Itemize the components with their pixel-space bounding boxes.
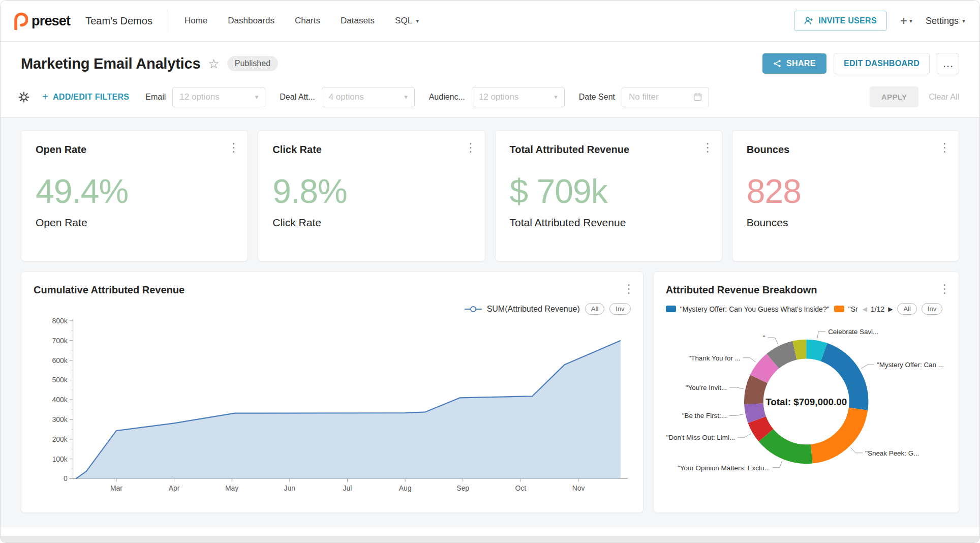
kebab-menu-icon[interactable]: ⋮ [465,142,477,154]
audience-filter-select[interactable]: 12 options ▾ [472,87,565,107]
filter-label: Email [145,93,166,102]
svg-text:"You're Invit...: "You're Invit... [685,384,726,391]
svg-text:"Sneak Peek: G...: "Sneak Peek: G... [865,449,919,457]
kpi-card-click-rate: Click Rate ⋮ 9.8% Click Rate [258,130,485,261]
kebab-menu-icon[interactable]: ⋮ [623,283,635,295]
chart-title: Cumulative Attributed Revenue [34,284,631,296]
kpi-row: Open Rate ⋮ 49.4% Open Rate Click Rate ⋮… [21,130,959,261]
invite-users-button[interactable]: INVITE USERS [794,11,887,31]
caret-down-icon: ▾ [416,17,419,24]
svg-text:200k: 200k [52,435,68,443]
charts-row: Cumulative Attributed Revenue ⋮ SUM(Attr… [21,272,959,513]
filter-gear-button[interactable] [18,91,30,103]
svg-text:800k: 800k [52,317,68,325]
nav-divider [167,9,167,33]
clear-all-filters-button[interactable]: Clear All [929,93,959,102]
plus-icon: + [42,91,48,103]
kebab-menu-icon[interactable]: ⋮ [702,142,714,154]
filter-label: Date Sent [579,93,615,102]
kpi-subtitle: Total Attributed Revenue [510,217,708,229]
email-filter-select[interactable]: 12 options ▾ [172,87,265,107]
kebab-menu-icon[interactable]: ⋮ [939,283,951,295]
page-title: Marketing Email Analytics [21,55,200,72]
nav-link-sql-label: SQL [395,16,412,26]
published-badge[interactable]: Published [227,56,278,71]
add-edit-filters-label: ADD/EDIT FILTERS [53,93,129,102]
svg-text:700k: 700k [52,337,68,345]
filter-group-deal: Deal Att... 4 options ▾ [280,87,414,107]
svg-text:500k: 500k [52,376,68,384]
filter-group-audience: Audienc... 12 options ▾ [429,87,565,107]
svg-text:Total: $709,000.00: Total: $709,000.00 [765,397,847,407]
kpi-value: 49.4% [36,172,233,210]
donut-chart-legend: "Mystery Offer: Can You Guess What's Ins… [666,303,946,315]
svg-text:100k: 100k [52,455,68,463]
user-plus-icon [804,16,813,25]
nav-link-sql[interactable]: SQL ▾ [385,16,429,26]
date-sent-filter-input[interactable]: No filter [622,87,709,107]
svg-text:Sep: Sep [456,484,469,492]
kpi-value: $ 709k [510,172,708,210]
legend-pagination: ◀ 1/12 ▶ [863,305,893,313]
settings-menu[interactable]: Settings ▾ [926,16,965,26]
legend-item[interactable]: "Mystery Offer: Can You Guess What's Ins… [666,305,830,313]
svg-text:Celebrate Savi...: Celebrate Savi... [828,328,878,336]
dashboard-content: Open Rate ⋮ 49.4% Open Rate Click Rate ⋮… [1,118,979,527]
legend-series-item[interactable]: SUM(Attributed Revenue) [464,305,580,314]
legend-item-label: "Mystery Offer: Can You Guess What's Ins… [680,305,830,313]
nav-link-charts[interactable]: Charts [285,16,330,26]
svg-text:"Your Opinion Matters: Exclu..: "Your Opinion Matters: Exclu... [678,464,770,472]
more-actions-button[interactable]: … [937,53,959,74]
share-label: SHARE [786,59,816,68]
legend-item[interactable]: "Sr [834,305,858,313]
legend-page-next-icon[interactable]: ▶ [888,306,893,313]
kpi-title: Bounces [747,144,944,156]
share-button[interactable]: SHARE [762,53,826,74]
invite-users-label: INVITE USERS [818,16,877,25]
kpi-value: 9.8% [272,172,470,210]
top-navbar: preset Team's Demos Home Dashboards Char… [1,1,979,42]
legend-invert-button[interactable]: Inv [609,303,630,315]
dashboard-title-group: Marketing Email Analytics ☆ Published [21,55,278,72]
kpi-value: 828 [747,172,944,210]
navbar-left: preset Team's Demos Home Dashboards Char… [13,1,429,41]
add-new-button[interactable]: + ▾ [900,15,912,27]
settings-label: Settings [926,16,959,26]
deal-attribution-filter-select[interactable]: 4 options ▾ [322,87,415,107]
kebab-menu-icon[interactable]: ⋮ [228,142,239,154]
legend-page-prev-icon[interactable]: ◀ [863,306,867,313]
svg-text:Jun: Jun [284,484,295,492]
chevron-down-icon: ▾ [255,93,259,101]
legend-series-label: SUM(Attributed Revenue) [487,305,580,314]
chart-title: Attributed Revenue Breakdown [666,284,946,296]
edit-dashboard-button[interactable]: EDIT DASHBOARD [834,53,930,74]
chevron-down-icon: ▾ [554,93,558,101]
filter-group-email: Email 12 options ▾ [145,87,265,107]
svg-text:Jul: Jul [343,484,352,492]
svg-text:"Don't Miss Out: Limi...: "Don't Miss Out: Limi... [666,434,734,441]
svg-text:Mar: Mar [110,484,122,492]
share-icon [773,59,781,68]
legend-select-all-button[interactable]: All [585,303,604,315]
calendar-icon [693,93,702,101]
donut-chart-plot-area: Celebrate Savi..."Mystery Offer: Can ...… [666,315,946,512]
kebab-menu-icon[interactable]: ⋮ [939,142,951,154]
nav-link-datasets[interactable]: Datasets [330,16,385,26]
line-series-marker-icon [464,306,482,313]
svg-text:400k: 400k [52,396,68,404]
donut-chart-canvas: Celebrate Savi..."Mystery Offer: Can ...… [666,315,946,495]
legend-select-all-button[interactable]: All [897,303,916,315]
apply-filters-button[interactable]: APPLY [870,86,919,107]
legend-invert-button[interactable]: Inv [922,303,942,315]
filter-label: Audienc... [429,93,465,102]
kpi-subtitle: Click Rate [272,217,470,229]
kpi-card-bounces: Bounces ⋮ 828 Bounces [732,130,959,261]
nav-link-dashboards[interactable]: Dashboards [218,16,285,26]
svg-text:Apr: Apr [169,484,180,492]
kpi-card-total-attributed-revenue: Total Attributed Revenue ⋮ $ 709k Total … [495,130,722,261]
favorite-star-icon[interactable]: ☆ [208,57,219,70]
chevron-down-icon: ▾ [404,93,408,101]
preset-logo[interactable]: preset [13,12,70,30]
add-edit-filters-button[interactable]: + ADD/EDIT FILTERS [42,91,129,103]
nav-link-home[interactable]: Home [174,16,218,26]
